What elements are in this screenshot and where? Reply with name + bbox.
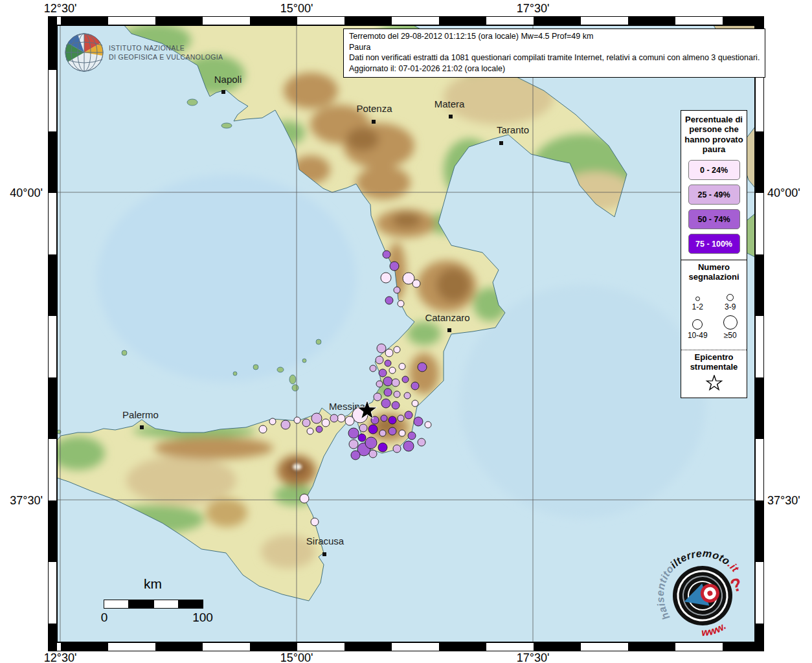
- event-disclaimer: Dati non verificati estratti da 1081 que…: [349, 52, 760, 63]
- felt-report-circle: [379, 430, 386, 436]
- ingv-logo: ISTITUTO NAZIONALE DI GEOFISICA E VULCAN…: [62, 31, 230, 76]
- legend-size-1: 1-2: [681, 285, 714, 311]
- legend-swatch-3-label: 50 - 74%: [697, 215, 730, 224]
- felt-report-circle: [376, 381, 383, 387]
- felt-report-circle: [374, 393, 381, 401]
- city-marker: [322, 552, 326, 556]
- event-info-box: Terremoto del 29-08-2012 01:12:15 (ora l…: [343, 28, 765, 78]
- felt-report-circle: [385, 297, 393, 304]
- city-label: Palermo: [122, 409, 159, 420]
- felt-report-circle: [411, 382, 419, 390]
- felt-report-circle: [330, 414, 338, 422]
- legend-size-1-label: 1-2: [692, 302, 703, 311]
- legend-swatch-1-label: 0 - 24%: [700, 166, 728, 175]
- felt-report-circle: [399, 430, 405, 436]
- felt-report-circle: [383, 251, 390, 258]
- scalebar-segment: [128, 600, 153, 608]
- felt-report-circle: [412, 400, 418, 407]
- felt-report-circle: [337, 414, 345, 422]
- legend-swatch-1: 0 - 24%: [688, 160, 740, 180]
- map-legend: Percentuale di persone che hanno provato…: [681, 110, 747, 398]
- felt-report-circle: [379, 369, 387, 377]
- felt-report-circle: [345, 416, 354, 425]
- felt-report-circle: [376, 356, 383, 364]
- coord-label-top-3: 17°30': [517, 2, 550, 16]
- felt-report-circle: [358, 434, 366, 442]
- legend-swatch-3: 50 - 74%: [688, 209, 740, 229]
- felt-report-circle: [385, 360, 391, 366]
- coord-label-top-2: 15°00': [280, 2, 313, 16]
- felt-report-circle: [392, 379, 400, 387]
- felt-report-circle: [394, 391, 400, 398]
- felt-report-circle: [259, 425, 267, 433]
- ingv-globe-icon: [65, 34, 103, 71]
- felt-report-circle: [365, 437, 377, 449]
- felt-report-circle: [425, 421, 431, 428]
- legend-swatch-4-label: 75 - 100%: [695, 240, 732, 249]
- legend-size-2-label: 3-9: [725, 302, 736, 311]
- legend-epicenter-section: Epicentro strumentale: [681, 350, 747, 398]
- felt-report-circle: [370, 365, 376, 372]
- felt-report-circle: [311, 413, 322, 423]
- city-marker: [140, 425, 144, 429]
- felt-report-circle: [311, 518, 319, 526]
- felt-report-circle: [385, 349, 393, 357]
- ingv-name-line1: ISTITUTO NAZIONALE: [109, 44, 185, 52]
- haisentitoilterremoto-logo: ? haisentitoilterremoto.it www.: [651, 544, 758, 654]
- city-marker: [449, 115, 453, 118]
- legend-count-section: Numero segnalazioni 1-2 3-9 10-49 ≥50: [681, 260, 747, 344]
- legend-count-title: Numero segnalazioni: [681, 263, 747, 282]
- felt-report-circle: [418, 363, 427, 372]
- legend-swatch-4: 75 - 100%: [688, 234, 740, 254]
- felt-report-circle: [381, 399, 390, 408]
- legend-percent-title: Percentuale di persone che hanno provato…: [681, 111, 747, 155]
- city-label: Siracusa: [306, 535, 344, 546]
- size-circle-icon: [695, 297, 700, 301]
- ingv-name-line2: DI GEOFISICA E VULCANOLOGIA: [109, 53, 223, 61]
- scalebar-unit: km: [104, 576, 202, 592]
- event-question: Paura: [349, 42, 760, 53]
- legend-size-2: 3-9: [714, 285, 747, 311]
- coord-label-bottom-2: 15°00': [280, 651, 313, 663]
- coord-label-bottom-3: 17°30': [517, 651, 550, 663]
- legend-swatch-2-label: 25 - 49%: [697, 190, 730, 199]
- felt-report-circle: [269, 418, 276, 425]
- epicenter-star-icon: [705, 375, 723, 392]
- felt-report-circle: [369, 450, 377, 458]
- scalebar-segment: [153, 600, 178, 608]
- felt-report-circle: [389, 427, 396, 435]
- felt-report-circle: [412, 280, 420, 287]
- felt-report-circle: [316, 426, 322, 433]
- legend-size-3-label: 10-49: [688, 331, 708, 340]
- felt-report-circle: [281, 420, 290, 429]
- felt-report-circle: [394, 346, 400, 353]
- city-label: Matera: [434, 98, 465, 109]
- felt-report-circle: [414, 417, 423, 426]
- coord-label-left-2: 37°30': [1, 494, 43, 508]
- event-updated: Aggiornato il: 07-01-2026 21:02 (ora loc…: [349, 63, 760, 74]
- felt-report-circle: [359, 424, 367, 432]
- felt-report-circle: [302, 419, 310, 427]
- felt-report-circle: [348, 428, 359, 438]
- felt-report-circle: [294, 417, 300, 423]
- legend-swatch-2: 25 - 49%: [688, 185, 740, 205]
- scalebar-segment: [178, 600, 203, 608]
- felt-report-circle: [378, 443, 387, 452]
- felt-report-circle: [381, 415, 387, 421]
- event-title: Terremoto del 29-08-2012 01:12:15 (ora l…: [349, 31, 760, 42]
- felt-report-circle: [398, 300, 404, 307]
- felt-report-circle: [392, 401, 400, 409]
- felt-report-circle: [389, 367, 396, 374]
- map-frame-top: [48, 16, 764, 25]
- legend-size-3: 10-49: [681, 313, 714, 340]
- felt-report-circle: [351, 451, 360, 460]
- map-frame-left: [48, 16, 57, 651]
- felt-report-circle: [399, 363, 405, 370]
- felt-report-circle: [402, 376, 409, 383]
- felt-report-circle: [384, 388, 392, 396]
- felt-report-circle: [349, 440, 358, 449]
- size-circle-icon: [727, 294, 734, 301]
- city-marker: [499, 141, 503, 145]
- legend-size-4-label: ≥50: [724, 331, 737, 340]
- felt-report-circle: [377, 344, 386, 353]
